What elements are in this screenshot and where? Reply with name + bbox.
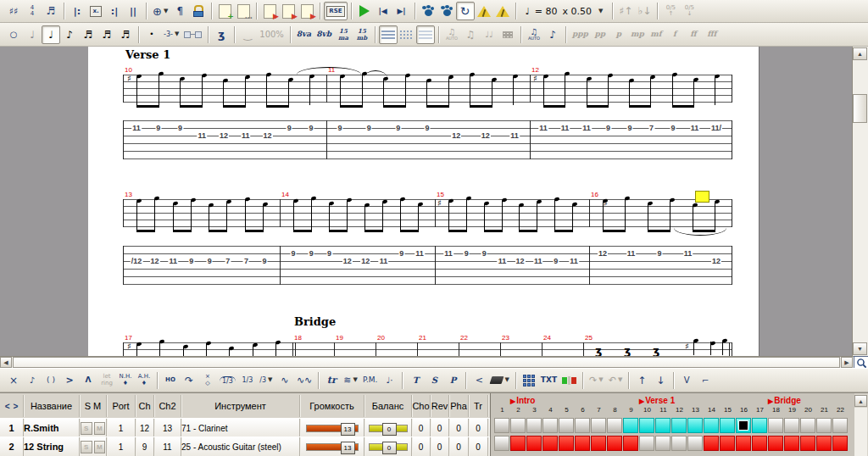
timeline-cell[interactable] [752, 436, 767, 451]
dropdown-arrow[interactable]: ▼ [353, 377, 358, 383]
tab-fret-number[interactable]: 9 [553, 257, 559, 265]
timeline-cell[interactable] [720, 436, 735, 451]
balance-slider[interactable]: 0 [369, 443, 408, 451]
text-marker-button[interactable]: TXT [538, 371, 559, 390]
dead-note-button[interactable]: × [4, 371, 23, 390]
tuplet-button[interactable]: -3-▼ [161, 25, 181, 44]
tab-fret-number[interactable]: 11 [569, 257, 579, 265]
volume-knob[interactable]: 13 [341, 442, 355, 454]
dynamic-ff-button[interactable]: ff [684, 25, 703, 44]
paw-one-button[interactable] [419, 2, 437, 20]
auto-stem-button[interactable]: ♫AUTO [525, 25, 543, 44]
octava-8va-button[interactable]: 8va [294, 25, 314, 44]
mute-button[interactable]: M [94, 441, 106, 453]
timeline-cell[interactable] [832, 436, 848, 451]
slide-legato-button[interactable]: 1/3 [217, 371, 238, 390]
track-balance[interactable]: 0 [364, 419, 412, 437]
timeline-cell[interactable] [639, 418, 654, 433]
tab-fret-number[interactable]: 11 [581, 124, 592, 132]
tab-fret-number[interactable]: 12 [262, 131, 272, 140]
dynamic-fff-button[interactable]: fff [703, 25, 721, 44]
track-phaser[interactable]: 0 [449, 437, 469, 456]
transpose-flat-down-button[interactable]: ♭↓ [635, 2, 654, 20]
tab-fret-number[interactable]: 9 [309, 249, 314, 258]
track-chorus[interactable]: 0 [412, 419, 431, 437]
timeline-cell[interactable] [655, 436, 670, 451]
let-ring-button[interactable]: letring [97, 371, 116, 390]
tab-fret-number[interactable]: 9 [626, 124, 632, 132]
shift-string-up-button[interactable]: 0/5↑ [661, 2, 680, 20]
trill-button[interactable]: tr [322, 371, 341, 390]
tab-fret-number[interactable]: 9 [481, 249, 487, 258]
tremolo-bar-button[interactable]: ×◇ [198, 371, 217, 390]
volume-knob[interactable]: 13 [341, 423, 355, 436]
timeline-cell[interactable] [784, 418, 799, 433]
dotted-note-button[interactable]: • [142, 25, 161, 44]
dropdown-arrow[interactable]: ▼ [164, 8, 168, 14]
dynamic-pp-button[interactable]: pp [591, 25, 609, 44]
key-signature-button[interactable]: ♯♯ [4, 2, 23, 20]
coda-button[interactable]: ⊕▼ [150, 2, 170, 20]
tab-fret-number[interactable]: 9 [398, 249, 404, 258]
tab-fret-number[interactable]: 11 [241, 131, 251, 140]
rasgueado-button[interactable]: ⌐ [696, 371, 715, 390]
edit-cursor[interactable] [695, 191, 709, 203]
tab-fret-number[interactable]: /12 [131, 257, 143, 265]
tab-fret-number[interactable]: 11 [683, 249, 693, 258]
half-note-button[interactable]: ♩ [23, 25, 42, 44]
track-channel[interactable]: 9 [136, 437, 154, 456]
track-channel2[interactable]: 13 [154, 419, 181, 437]
rse-toggle-button[interactable]: RSE [324, 2, 347, 20]
tempo-button[interactable]: ♩= 80x 0.50▼ [520, 2, 609, 20]
track-volume[interactable]: 13 [300, 419, 364, 437]
pickstroke-v-button[interactable]: V [677, 371, 696, 390]
timeline-cell[interactable] [591, 418, 606, 433]
export-3-button[interactable]: ▶ [298, 2, 316, 20]
tab-fret-number[interactable]: 9 [395, 124, 401, 132]
timeline-cell[interactable] [687, 418, 703, 433]
timeline-cell[interactable] [704, 418, 719, 433]
timeline-cell[interactable] [832, 418, 848, 433]
track-instrument[interactable]: 25 - Acoustic Guitar (steel) [181, 437, 300, 456]
dropdown-arrow[interactable]: ▼ [504, 377, 509, 383]
octava-15ma-button[interactable]: 15ma [334, 25, 353, 44]
track-tremolo[interactable]: 0 [469, 419, 488, 437]
timeline-cell[interactable] [542, 418, 558, 433]
timeline-cell[interactable] [671, 418, 687, 433]
dropdown-arrow[interactable]: ▼ [598, 377, 603, 383]
timeline-cell[interactable] [687, 436, 703, 451]
hscroll-left-button[interactable]: ◀ [0, 357, 12, 368]
track-chorus[interactable]: 0 [412, 437, 431, 456]
brush-down-button[interactable]: ↷▼ [587, 371, 606, 390]
dropdown-arrow[interactable]: ▼ [618, 377, 622, 383]
tab-fret-number[interactable]: 7 [648, 124, 654, 132]
tab-fret-number[interactable]: 9 [290, 249, 296, 258]
track-port[interactable]: 1 [107, 419, 136, 437]
tab-fret-number[interactable]: 11 [443, 249, 453, 258]
tempo-dropdown-arrow[interactable]: ▼ [598, 8, 603, 14]
unbeam-notes-button[interactable]: ♩♩ [480, 25, 498, 44]
balance-knob[interactable]: 0 [382, 423, 397, 436]
dropdown-arrow[interactable]: ▼ [175, 31, 179, 37]
whole-note-button[interactable]: ○ [4, 25, 23, 44]
tab-fret-number[interactable]: 9 [366, 124, 372, 132]
tab-fret-number[interactable]: 9 [188, 257, 194, 265]
tab-fret-number[interactable]: 9 [155, 124, 161, 132]
track-balance[interactable]: 0 [364, 437, 412, 456]
tab-fret-number[interactable]: 9 [326, 249, 332, 258]
tapping-button[interactable]: T [406, 371, 425, 390]
track-channel2[interactable]: 11 [154, 437, 181, 456]
note-duration-setup-button[interactable]: ♬ [42, 2, 60, 20]
tab-fret-number[interactable]: 9 [656, 249, 662, 258]
tab-fret-number[interactable]: 12 [711, 257, 721, 265]
beam-notes-button[interactable]: ♫ [461, 25, 480, 44]
staccato-button[interactable]: ♩· [380, 371, 398, 390]
layout-single-button[interactable] [398, 25, 416, 44]
note-annotation-button[interactable] [520, 371, 538, 390]
tab-fret-number[interactable]: 11 [538, 124, 548, 132]
measure-timeline[interactable]: ▶Intro▶Verse 1▶Bridge1234567891011121314… [490, 393, 854, 456]
palm-mute-button[interactable]: P.M. [360, 371, 381, 390]
timeline-cell[interactable] [510, 436, 526, 451]
timeline-cell[interactable] [736, 436, 751, 451]
stem-direction-button[interactable]: ♪ [543, 25, 562, 44]
